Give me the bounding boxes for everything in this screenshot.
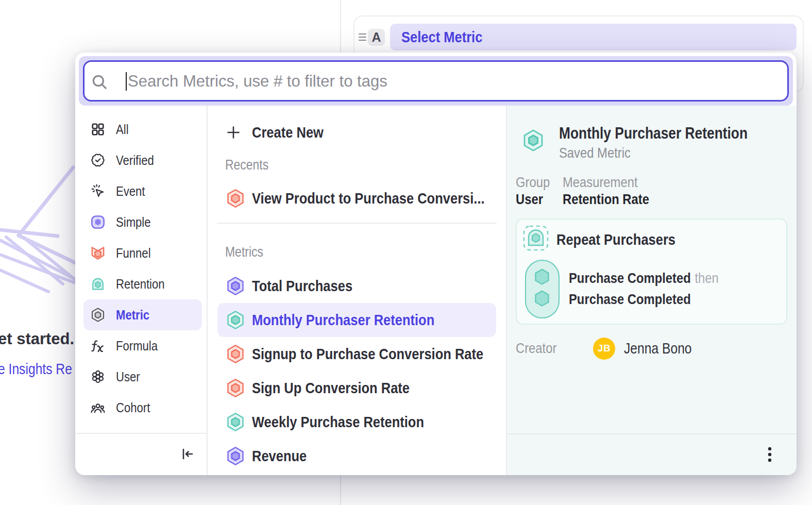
sidebar-item-event[interactable]: Event	[83, 176, 202, 207]
background-link-fragment[interactable]: e Insights Re	[0, 361, 72, 378]
metric-icon	[91, 308, 105, 322]
details-footer	[507, 433, 797, 475]
property-value: User	[516, 192, 555, 207]
metric-hexagon-icon	[226, 447, 245, 465]
sidebar-item-label: Event	[116, 183, 145, 199]
sidebar-item-funnel[interactable]: Funnel	[83, 238, 202, 268]
metric-list-item[interactable]: Total Purchases	[217, 269, 496, 303]
verified-icon	[91, 153, 105, 167]
definition-steps: Purchase CompletedthenPurchase Completed	[569, 267, 745, 310]
metric-list-item[interactable]: Sign Up Conversion Rate	[217, 371, 496, 405]
background-heading-fragment: et started.	[0, 330, 74, 348]
screen: et started. e Insights Re A Select Metri…	[0, 0, 812, 505]
sidebar-item-formula[interactable]: Formula	[83, 330, 202, 361]
definition-name: Repeat Purchasers	[556, 231, 675, 248]
metric-position-badge: A	[368, 29, 385, 46]
creator-row: Creator JB Jenna Bono	[516, 337, 784, 360]
property-group: GroupUser	[516, 175, 555, 207]
property-value: Retention Rate	[563, 192, 649, 207]
saved-definition-icon	[523, 225, 549, 251]
metric-item-label: Weekly Purchase Retention	[252, 413, 424, 431]
sidebar-footer	[75, 433, 207, 475]
metric-type-icon	[522, 129, 544, 152]
metric-item-label: Sign Up Conversion Rate	[252, 379, 410, 397]
metric-hexagon-icon	[226, 345, 245, 363]
metric-list-panel: Create New Recents View Product to Purch…	[208, 106, 507, 475]
property-label: Group	[516, 175, 555, 190]
funnel-steps-capsule	[525, 260, 560, 318]
metric-item-label: Monthly Purchaser Retention	[252, 311, 434, 329]
definition-step: Purchase Completedthen	[569, 267, 719, 289]
sidebar-item-user[interactable]: User	[83, 361, 202, 392]
text-caret	[126, 72, 127, 91]
grid-icon	[91, 122, 105, 137]
sidebar-item-label: All	[116, 122, 129, 138]
metric-list-item[interactable]: Revenue	[217, 439, 496, 473]
property-measurement: MeasurementRetention Rate	[563, 175, 649, 207]
definition-card: Repeat Purchasers Purchase Completedthen…	[516, 218, 787, 325]
capsule-hexagons	[526, 261, 558, 317]
metric-picker-modal: Search Metrics, use # to filter to tags …	[75, 53, 797, 475]
list-divider	[217, 223, 497, 224]
metric-list-item[interactable]: View Product to Purchase Conversi...	[217, 181, 496, 215]
simple-icon	[91, 215, 105, 229]
search-box: Search Metrics, use # to filter to tags	[83, 60, 789, 102]
sidebar-item-simple[interactable]: Simple	[83, 207, 202, 238]
sidebar-item-label: Retention	[116, 276, 165, 292]
metric-hexagon-icon	[226, 277, 245, 295]
more-options-icon[interactable]	[763, 446, 776, 465]
filter-sidebar: AllVerifiedEventSimpleFunnelRetentionMet…	[75, 106, 208, 475]
creator-name: Jenna Bono	[624, 340, 692, 357]
create-new-label: Create New	[252, 124, 324, 141]
metric-list-item[interactable]: Monthly Purchaser Retention	[217, 303, 496, 337]
details-properties: GroupUserMeasurementRetention Rate	[516, 175, 665, 207]
user-icon	[91, 369, 105, 384]
metric-hexagon-icon	[226, 189, 245, 208]
sidebar-item-verified[interactable]: Verified	[83, 145, 202, 176]
metrics-section-label: Metrics	[225, 242, 506, 262]
metric-hexagon-icon	[226, 413, 245, 431]
metric-list-item[interactable]: Weekly Purchase Retention	[217, 405, 496, 439]
creator-avatar: JB	[593, 338, 615, 360]
details-subtitle: Saved Metric	[559, 145, 631, 161]
sidebar-item-label: Verified	[116, 153, 154, 169]
retention-icon	[91, 277, 105, 291]
search-input[interactable]	[84, 62, 787, 100]
recents-section-label: Recents	[225, 155, 506, 175]
funnel-icon	[91, 246, 105, 260]
sidebar-item-label: Metric	[116, 307, 149, 323]
select-metric-button[interactable]: Select Metric	[390, 24, 797, 50]
modal-columns: AllVerifiedEventSimpleFunnelRetentionMet…	[75, 106, 797, 475]
definition-step: Purchase Completed	[569, 289, 719, 310]
create-new-button[interactable]: Create New	[208, 117, 506, 148]
step-suffix: then	[695, 270, 718, 287]
step-event-name: Purchase Completed	[569, 291, 691, 308]
metric-item-label: Revenue	[252, 447, 307, 465]
metric-item-label: View Product to Purchase Conversi...	[252, 190, 485, 207]
plus-icon	[226, 125, 241, 140]
collapse-sidebar-icon[interactable]	[180, 446, 195, 462]
property-label: Measurement	[563, 175, 649, 190]
sidebar-item-cohort[interactable]: Cohort	[83, 392, 202, 423]
metric-list-item[interactable]: Signup to Purchase Conversion Rate	[217, 337, 496, 371]
formula-icon	[91, 339, 105, 353]
drag-handle-icon[interactable]	[359, 33, 366, 41]
search-band: Search Metrics, use # to filter to tags	[79, 56, 793, 106]
select-metric-label: Select Metric	[401, 28, 482, 46]
sidebar-item-label: Formula	[116, 338, 158, 354]
metric-hexagon-icon	[226, 311, 245, 329]
metric-item-label: Total Purchases	[252, 277, 352, 295]
creator-label: Creator	[516, 340, 593, 357]
cohort-icon	[91, 400, 105, 415]
metric-details-panel: Monthly Purchaser Retention Saved Metric…	[507, 106, 797, 475]
sidebar-item-label: Simple	[116, 214, 151, 230]
metric-hexagon-icon	[226, 379, 245, 397]
sidebar-item-retention[interactable]: Retention	[83, 268, 202, 299]
sidebar-item-label: Cohort	[116, 400, 150, 416]
step-event-name: Purchase Completed	[569, 270, 691, 287]
sidebar-item-all[interactable]: All	[83, 114, 202, 145]
details-title: Monthly Purchaser Retention	[559, 124, 748, 143]
sidebar-item-label: User	[116, 369, 140, 385]
event-icon	[91, 184, 105, 198]
sidebar-item-metric[interactable]: Metric	[83, 299, 202, 330]
